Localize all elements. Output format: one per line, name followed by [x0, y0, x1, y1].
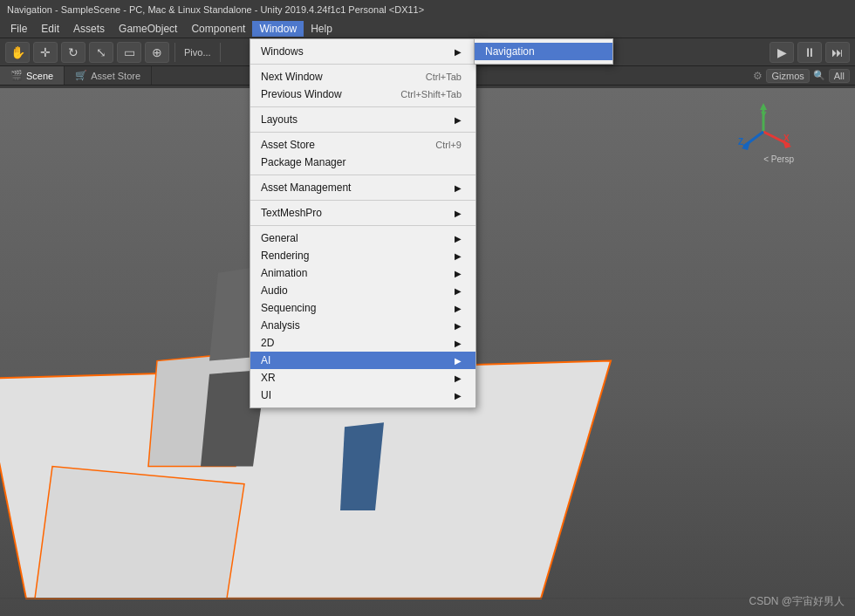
toolbar-hand[interactable]: ✋	[5, 42, 30, 63]
menu-window[interactable]: Window	[252, 21, 304, 37]
toolbar-transform[interactable]: ⊕	[145, 42, 169, 63]
menu-layouts[interactable]: Layouts ▶	[250, 111, 475, 128]
2d-menu-label: 2D	[261, 337, 274, 349]
sequencing-label: Sequencing	[261, 302, 316, 314]
menu-package-manager[interactable]: Package Manager	[250, 154, 475, 171]
title-bar: Navigation - SampleScene - PC, Mac & Lin…	[0, 0, 855, 19]
animation-arrow: ▶	[455, 269, 462, 278]
menu-textmeshpro[interactable]: TextMeshPro ▶	[250, 204, 475, 222]
asset-store-menu-label: Asset Store	[261, 139, 315, 151]
xr-label: XR	[261, 372, 276, 384]
separator-2	[220, 43, 221, 62]
divider-5	[250, 200, 475, 201]
audio-label: Audio	[261, 284, 288, 297]
toolbar-rect[interactable]: ▭	[117, 42, 141, 63]
asset-management-arrow: ▶	[455, 183, 462, 193]
window-dropdown-menu: Windows ▶ Next Window Ctrl+Tab Previous …	[250, 38, 476, 408]
navigation-label: Navigation	[485, 45, 535, 58]
ui-label: UI	[261, 389, 271, 401]
ai-label: AI	[261, 354, 270, 366]
divider-6	[250, 225, 475, 226]
menu-windows[interactable]: Windows ▶	[250, 43, 475, 60]
next-window-shortcut: Ctrl+Tab	[426, 72, 462, 82]
menu-xr[interactable]: XR ▶	[250, 369, 475, 387]
menu-bar: File Edit Assets GameObject Component Wi…	[0, 19, 855, 38]
menu-audio[interactable]: Audio ▶	[250, 282, 475, 299]
asset-store-shortcut: Ctrl+9	[435, 140, 462, 150]
watermark: CSDN @宇宙好男人	[749, 594, 845, 609]
gizmos-button[interactable]: Gizmos	[766, 69, 809, 83]
divider-4	[250, 175, 475, 175]
svg-text:Z: Z	[738, 137, 743, 147]
menu-ui[interactable]: UI ▶	[250, 387, 475, 404]
menu-asset-management[interactable]: Asset Management ▶	[250, 179, 475, 196]
asset-store-label: Asset Store	[91, 71, 140, 81]
ui-arrow: ▶	[455, 391, 462, 400]
all-button[interactable]: All	[829, 69, 850, 83]
svg-marker-9	[760, 103, 767, 110]
ai-submenu: Navigation	[474, 38, 613, 65]
gizmo-widget: Y X Z < Persp	[733, 101, 794, 162]
windows-label: Windows	[261, 45, 304, 58]
prev-window-shortcut: Ctrl+Shift+Tab	[400, 89, 462, 99]
prev-window-label: Previous Window	[261, 88, 342, 100]
menu-sequencing[interactable]: Sequencing ▶	[250, 299, 475, 317]
menu-file[interactable]: File	[3, 21, 34, 37]
svg-text:Y: Y	[761, 111, 767, 120]
toolbar-rotate[interactable]: ↻	[61, 42, 86, 63]
next-window-label: Next Window	[261, 71, 323, 83]
gizmos-icon: ⚙	[753, 70, 763, 82]
rendering-arrow: ▶	[455, 251, 462, 261]
menu-rendering[interactable]: Rendering ▶	[250, 247, 475, 264]
separator-1	[174, 43, 175, 62]
divider-2	[250, 106, 475, 107]
menu-asset-store[interactable]: Asset Store Ctrl+9	[250, 136, 475, 154]
package-manager-label: Package Manager	[261, 156, 345, 168]
svg-text:X: X	[783, 133, 790, 143]
general-arrow: ▶	[455, 234, 462, 243]
toolbar-move[interactable]: ✛	[33, 42, 58, 63]
menu-next-window[interactable]: Next Window Ctrl+Tab	[250, 68, 475, 86]
asset-store-icon: 🛒	[75, 70, 87, 81]
layouts-label: Layouts	[261, 113, 298, 126]
svg-line-14	[743, 132, 763, 147]
layouts-arrow: ▶	[455, 115, 462, 125]
step-button[interactable]: ⏭	[825, 42, 850, 63]
pause-button[interactable]: ⏸	[797, 42, 822, 63]
menu-edit[interactable]: Edit	[34, 21, 66, 37]
gizmos-area: ⚙ Gizmos 🔍 All	[748, 66, 855, 85]
submenu-navigation[interactable]: Navigation	[475, 43, 612, 60]
asset-management-label: Asset Management	[261, 181, 351, 194]
audio-arrow: ▶	[455, 286, 462, 296]
2d-arrow: ▶	[455, 339, 462, 348]
textmeshpro-label: TextMeshPro	[261, 207, 322, 219]
pivot-label: Pivo...	[181, 47, 215, 58]
general-label: General	[261, 232, 298, 244]
menu-animation[interactable]: Animation ▶	[250, 264, 475, 282]
menu-gameobject[interactable]: GameObject	[112, 21, 184, 37]
menu-ai[interactable]: AI ▶	[250, 352, 475, 369]
menu-prev-window[interactable]: Previous Window Ctrl+Shift+Tab	[250, 86, 475, 103]
menu-component[interactable]: Component	[184, 21, 252, 37]
svg-marker-2	[35, 467, 244, 599]
menu-2d[interactable]: 2D ▶	[250, 334, 475, 352]
menu-help[interactable]: Help	[304, 21, 339, 37]
menu-analysis[interactable]: Analysis ▶	[250, 317, 475, 334]
title-text: Navigation - SampleScene - PC, Mac & Lin…	[7, 4, 424, 15]
scene-tab-label: Scene	[26, 71, 53, 81]
toolbar-scale[interactable]: ⤡	[89, 42, 113, 63]
analysis-arrow: ▶	[455, 321, 462, 331]
menu-general[interactable]: General ▶	[250, 229, 475, 247]
scene-tab-icon: 🎬	[10, 70, 23, 81]
xr-arrow: ▶	[455, 373, 462, 383]
asset-store-tab[interactable]: 🛒 Asset Store	[65, 66, 152, 85]
sequencing-arrow: ▶	[455, 304, 462, 313]
divider-1	[250, 64, 475, 65]
scene-tab[interactable]: 🎬 Scene	[0, 66, 65, 85]
ai-arrow: ▶	[455, 356, 462, 366]
menu-assets[interactable]: Assets	[66, 21, 112, 37]
textmeshpro-arrow: ▶	[455, 209, 462, 218]
play-button[interactable]: ▶	[770, 42, 794, 63]
rendering-label: Rendering	[261, 250, 309, 262]
analysis-label: Analysis	[261, 319, 300, 332]
